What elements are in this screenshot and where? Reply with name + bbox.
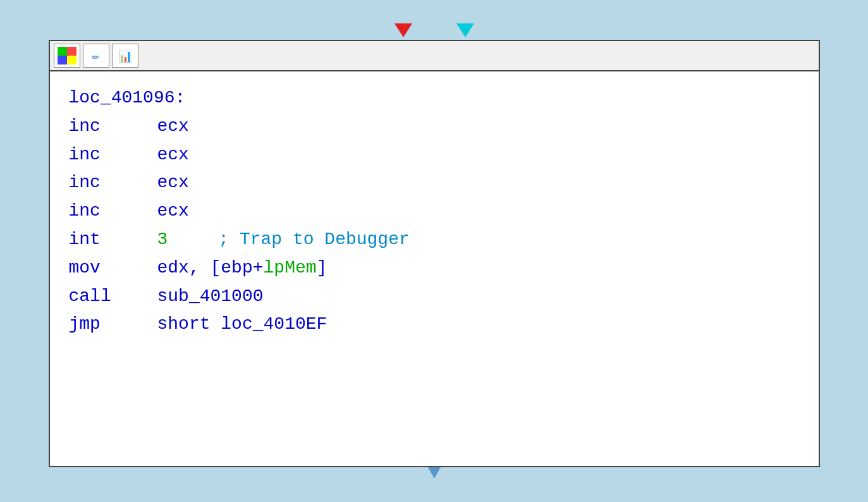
table-row: inc ecx [69, 169, 800, 197]
code-area: loc_401096: inc ecx inc ecx inc ecx inc … [50, 71, 819, 352]
top-arrows [49, 23, 820, 37]
table-row: inc ecx [69, 197, 800, 226]
graph-icon: 📊 [118, 49, 132, 63]
code-label-line: loc_401096: [69, 84, 800, 113]
mnemonic-6: mov [69, 254, 157, 283]
pencil-icon: ✏️ [92, 48, 99, 63]
table-row: jmp short loc_4010EF [69, 310, 800, 339]
mnemonic-5: int [69, 226, 157, 254]
mnemonic-7: call [69, 283, 157, 311]
green-operand-6: lpMem [264, 258, 317, 278]
mnemonic-2: inc [69, 141, 157, 169]
red-arrow-icon [394, 23, 412, 37]
outer-container: ✏️ 📊 loc_401096: inc ecx inc ecx inc [49, 23, 820, 479]
operand-3: ecx [157, 169, 189, 197]
mnemonic-8: jmp [69, 310, 157, 339]
color-palette-button[interactable] [54, 44, 80, 68]
operand-4: ecx [157, 197, 189, 226]
operand-1: ecx [157, 113, 189, 141]
operand-6: edx, [ebp+lpMem] [157, 254, 327, 283]
bottom-cyan-arrow-icon [428, 467, 441, 479]
toolbar: ✏️ 📊 [50, 41, 819, 71]
mnemonic-3: inc [69, 169, 157, 197]
table-row: mov edx, [ebp+lpMem] [69, 254, 800, 283]
code-label: loc_401096: [69, 84, 186, 113]
operand-7: sub_401000 [157, 283, 264, 311]
table-row: call sub_401000 [69, 283, 800, 311]
cyan-arrow-icon [456, 23, 474, 37]
operand-5: 3 [157, 226, 168, 254]
table-row: inc ecx [69, 113, 800, 141]
mnemonic-1: inc [69, 113, 157, 141]
mnemonic-4: inc [69, 197, 157, 226]
main-window: ✏️ 📊 loc_401096: inc ecx inc ecx inc [49, 40, 820, 467]
operand-8: short loc_4010EF [157, 310, 327, 339]
edit-button[interactable]: ✏️ [83, 44, 109, 68]
palette-icon [58, 47, 76, 64]
comment-5: ; Trap to Debugger [218, 226, 409, 254]
operand-2: ecx [157, 141, 189, 169]
table-row: inc ecx [69, 141, 800, 169]
table-row: int 3 ; Trap to Debugger [69, 226, 800, 254]
graph-view-button[interactable]: 📊 [112, 44, 138, 68]
